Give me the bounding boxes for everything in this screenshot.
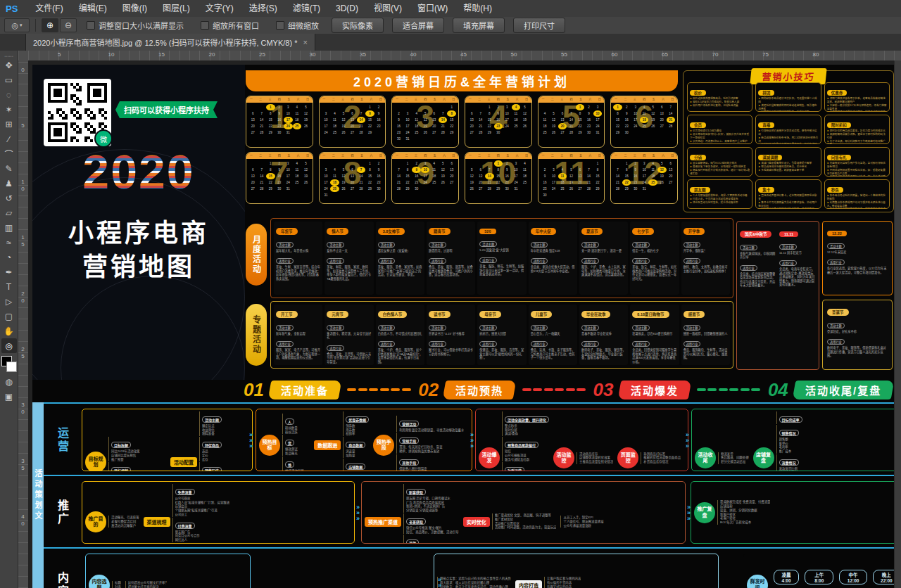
branches: 活动全面放量，提升转化整点秒杀限时包邮满减/叠券预售商品尾款催付短信公众号模板消… [502, 411, 549, 471]
menu-图层(L)[interactable]: 图层(L) [155, 4, 198, 13]
node-预热目标: 预热目标 [259, 435, 280, 456]
day-cell: 28 [584, 186, 593, 192]
menu-窗口(W)[interactable]: 窗口(W) [410, 4, 455, 13]
day-cell: 10 [631, 110, 640, 117]
day-cell: 30 [631, 186, 640, 192]
day-cell: 9 [275, 167, 284, 173]
time-pill[interactable]: 上午8:00 [805, 570, 833, 584]
mindmap-cluster: 内容选题标题封面 [89, 575, 121, 588]
矩形工具-icon[interactable]: ▢ [1, 309, 17, 324]
涂抹工具-icon[interactable]: ≈ [1, 235, 17, 250]
day-cell: 7 [439, 110, 448, 117]
menu-3D(D)[interactable]: 3D(D) [328, 4, 366, 13]
仿制图章工具-icon[interactable]: ♟ [1, 176, 17, 191]
theme-text: 白色情人节，不可错过的浪漫回礼 [378, 332, 422, 335]
branch-line: 服务号通知及社群 [505, 458, 549, 462]
menu-文件(F)[interactable]: 文件(F) [27, 4, 70, 13]
branch-line: 让客户购买参与感的内容 [547, 577, 581, 581]
tip-line: 团购和秒杀商品建议不打折扣，可设置阶梯二人成团 [758, 97, 818, 104]
right-scroll-strip[interactable] [894, 60, 901, 588]
option-button[interactable]: 打印尺寸 [513, 18, 565, 33]
activity-title: 元宵节 [327, 311, 348, 318]
document-tab[interactable]: 2020小程序电商营销地图.jpg @ 12.5% (扫码可以获得小程序扶持, … [25, 34, 315, 51]
weekday-label: 二 [402, 153, 411, 159]
option-button[interactable]: 实际像素 [332, 18, 384, 33]
menu-编辑(E)[interactable]: 编辑(E) [71, 4, 115, 13]
menu-文字(Y)[interactable]: 文字(Y) [198, 4, 241, 13]
theme-label: 活动主题 [479, 325, 497, 331]
裁剪工具-icon[interactable]: ⊞ [1, 117, 17, 132]
option-button[interactable]: 填充屏幕 [453, 18, 505, 33]
industry-label: 适用行业 [276, 258, 294, 264]
branch-label: 其他手段 [399, 459, 419, 466]
day-cell: 27 [667, 179, 676, 186]
移动工具-icon[interactable]: ✥ [1, 58, 17, 72]
menu-图像(I)[interactable]: 图像(I) [115, 4, 155, 13]
魔棒工具-icon[interactable]: ✶ [1, 102, 17, 117]
day-cell: 20 [667, 173, 676, 179]
theme-text: 遇见女神之美（宠爱她） [378, 249, 422, 253]
day-cell: 16 [275, 173, 284, 179]
time-pill[interactable]: 晚上22:00 [873, 570, 894, 584]
zoom-in-button[interactable]: ⊕ [42, 18, 58, 32]
tool-preset-zoom[interactable]: ◎▾ [4, 18, 30, 32]
weekday-label: 日 [449, 153, 458, 159]
套索工具-icon[interactable]: ◌ [1, 87, 17, 102]
option-checkbox[interactable]: 缩放所有窗口 [201, 20, 259, 31]
option-checkbox[interactable]: 细微缩放 [276, 20, 319, 31]
background-color-swatch[interactable] [6, 362, 17, 372]
time-pill[interactable]: 凌晨4:00 [774, 570, 799, 584]
day-cell: 2 [394, 110, 403, 117]
缩放工具-icon[interactable]: ◎ [1, 338, 17, 353]
day-empty [584, 160, 593, 167]
time-pill[interactable]: 中午12:00 [839, 570, 867, 584]
theme-text: 爱你不止这一天 [327, 249, 371, 253]
抓手工具-icon[interactable]: ✋ [1, 324, 17, 338]
渐变工具-icon[interactable]: ▥ [1, 220, 17, 235]
减淡工具-icon[interactable]: ◔ [1, 250, 17, 264]
activity-card-年货节: 年货节活动主题届年献大礼，年货低价购适用行业美妆、生鲜、家居百货等，结合年初用户… [274, 222, 322, 295]
横排文字工具-icon[interactable]: T [1, 279, 17, 294]
activity-card-白色情人节: 白色情人节活动主题白色情人节，不可错过的浪漫回礼适用行业美妆、个护、食品、服饰等… [376, 305, 424, 365]
day-cell: 10 [403, 117, 412, 123]
画笔工具-icon[interactable]: ✎ [1, 161, 17, 176]
历史记录画笔工具-icon[interactable]: ↺ [1, 191, 17, 205]
day-cell: 2 [412, 160, 421, 167]
day-cell: 11 [558, 173, 567, 179]
checkbox-box[interactable] [201, 21, 209, 30]
钢笔工具-icon[interactable]: ✒ [1, 264, 17, 279]
day-cell: 16 [275, 117, 284, 123]
menu-选择(S)[interactable]: 选择(S) [241, 4, 285, 13]
option-button[interactable]: 适合屏幕 [392, 18, 444, 33]
矩形选框工具-icon[interactable]: ▭ [1, 72, 17, 87]
branch: 老客获取微信公众号推送 图文/图片短信、商品降价、次数提醒、活动引导 [403, 513, 459, 534]
checkbox-box[interactable] [87, 21, 95, 30]
qr-caption-ribbon: 扫码可以获得小程序扶持 [115, 101, 218, 118]
menu-滤镜(T)[interactable]: 滤镜(T) [285, 4, 328, 13]
activity-title: 白色情人节 [378, 311, 408, 318]
option-checkbox[interactable]: 调整窗口大小以满屏显示 [87, 20, 184, 31]
quick-mask-icon[interactable]: ◍ [1, 374, 17, 389]
路径选择工具-icon[interactable]: ▷ [1, 294, 17, 309]
zoom-out-button[interactable]: ⊖ [60, 18, 77, 32]
day-cell: 3 [512, 160, 521, 167]
day-cell: 16 [541, 179, 550, 186]
修复画笔工具-icon[interactable]: ⌒ [1, 146, 17, 161]
screen-mode-icon[interactable]: ▣ [1, 389, 17, 404]
橡皮擦工具-icon[interactable]: ▱ [1, 205, 17, 220]
menu-帮助(H)[interactable]: 帮助(H) [455, 4, 500, 13]
day-cell: 21 [485, 179, 494, 186]
day-cell: 1 [365, 104, 374, 110]
day-cell: 31 [403, 136, 412, 142]
checkbox-box[interactable] [276, 21, 284, 30]
tab-close-icon[interactable]: × [303, 38, 307, 46]
day-cell: 25 [640, 123, 649, 129]
day-cell: 19 [421, 123, 430, 129]
branch: 让客户购买参与感的内容有价值的干货内容有趣又好玩的内容紧跟社会热点的内容 [544, 577, 581, 588]
color-swatches[interactable] [1, 356, 17, 374]
row-label-推广: 推广 [53, 499, 70, 526]
吸管工具-icon[interactable]: ∕ [1, 132, 17, 146]
day-empty [322, 160, 331, 167]
day-cell: 10 [284, 167, 293, 173]
menu-视图(V)[interactable]: 视图(V) [366, 4, 410, 13]
